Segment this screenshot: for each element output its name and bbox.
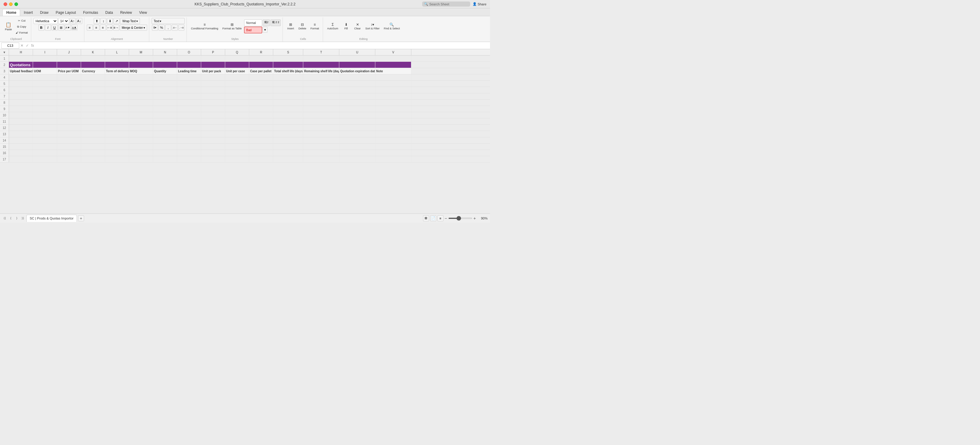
decrease-decimal-button[interactable]: .0← — [172, 25, 178, 30]
cell[interactable] — [375, 81, 411, 87]
cell[interactable] — [153, 106, 177, 112]
font-size-selector[interactable]: 14 — [58, 18, 69, 24]
cell[interactable] — [225, 87, 249, 93]
cell[interactable] — [375, 106, 411, 112]
add-sheet-button[interactable]: + — [78, 215, 84, 221]
cell[interactable] — [81, 131, 105, 137]
cell[interactable] — [375, 119, 411, 124]
cell[interactable] — [225, 62, 249, 68]
cell[interactable] — [9, 87, 33, 93]
cell[interactable] — [375, 137, 411, 143]
cell[interactable] — [105, 156, 129, 162]
cell[interactable] — [225, 100, 249, 106]
cell[interactable] — [9, 81, 33, 87]
cell[interactable] — [129, 112, 153, 118]
cell[interactable] — [177, 87, 201, 93]
cell[interactable] — [177, 125, 201, 131]
cell[interactable] — [375, 131, 411, 137]
cell[interactable] — [339, 93, 375, 99]
col-header-T[interactable]: T — [303, 49, 339, 55]
style-chevron-button[interactable]: ▾ — [263, 27, 267, 33]
cell[interactable] — [9, 74, 33, 80]
cell[interactable] — [81, 137, 105, 143]
tab-view[interactable]: View — [136, 9, 151, 16]
cell[interactable] — [153, 93, 177, 99]
col-header-N[interactable]: N — [153, 49, 177, 55]
cell[interactable] — [33, 87, 57, 93]
cut-button[interactable]: ✂ Cut — [14, 18, 29, 24]
cell[interactable] — [201, 137, 225, 143]
rule22-cell[interactable]: 规 2 2 — [270, 19, 281, 26]
cell[interactable] — [225, 74, 249, 80]
decrease-font-button[interactable]: A↓ — [76, 18, 82, 24]
sheet-tab-active[interactable]: SC | Prods & Quotas Importor — [26, 215, 77, 222]
cell[interactable] — [249, 112, 273, 118]
cell[interactable] — [105, 74, 129, 80]
cell[interactable] — [33, 125, 57, 131]
cell[interactable] — [9, 119, 33, 124]
cell[interactable] — [81, 93, 105, 99]
cell[interactable] — [201, 125, 225, 131]
col-data-header[interactable]: Price per UOM — [57, 68, 81, 74]
cell[interactable] — [153, 150, 177, 156]
cell[interactable] — [81, 112, 105, 118]
cell[interactable] — [201, 81, 225, 87]
cell[interactable] — [303, 150, 339, 156]
cell[interactable] — [303, 100, 339, 106]
wrap-text-button[interactable]: Wrap Text ▾ — [120, 18, 140, 24]
cell[interactable] — [105, 150, 129, 156]
currency-button[interactable]: $▾ — [152, 25, 158, 30]
cell[interactable] — [57, 62, 81, 68]
cell[interactable] — [33, 137, 57, 143]
tab-home[interactable]: Home — [2, 9, 20, 16]
decrease-indent-button[interactable]: ←≡ — [107, 25, 113, 30]
cell[interactable] — [225, 106, 249, 112]
col-data-header[interactable]: Quantity — [153, 68, 177, 74]
cell[interactable] — [225, 55, 249, 62]
cell[interactable] — [375, 144, 411, 150]
cell[interactable] — [57, 150, 81, 156]
cell[interactable] — [57, 119, 81, 124]
cell[interactable] — [303, 144, 339, 150]
cell[interactable] — [57, 87, 81, 93]
cell[interactable] — [33, 62, 57, 68]
col-header-S[interactable]: S — [273, 49, 303, 55]
cell[interactable] — [129, 87, 153, 93]
comma-button[interactable]: , — [165, 25, 171, 30]
cancel-formula-button[interactable]: ✕ — [21, 43, 24, 48]
cell[interactable] — [273, 81, 303, 87]
cell[interactable] — [105, 62, 129, 68]
cell[interactable] — [339, 55, 375, 62]
cell[interactable] — [375, 100, 411, 106]
col-data-header[interactable]: Unit per pack — [201, 68, 225, 74]
cell[interactable] — [201, 112, 225, 118]
col-header-L[interactable]: L — [105, 49, 129, 55]
paste-button[interactable]: 📋 Paste — [3, 18, 14, 35]
cell[interactable] — [273, 87, 303, 93]
orientation-button[interactable]: ↗ — [113, 18, 119, 24]
cell[interactable] — [105, 137, 129, 143]
align-left-button[interactable]: ≡ — [87, 25, 93, 30]
cell[interactable] — [273, 106, 303, 112]
cell[interactable] — [129, 119, 153, 124]
cell[interactable] — [273, 93, 303, 99]
cell[interactable] — [57, 156, 81, 162]
cell[interactable] — [201, 62, 225, 68]
cell[interactable] — [303, 87, 339, 93]
col-header-I[interactable]: I — [33, 49, 57, 55]
cell[interactable] — [249, 150, 273, 156]
copy-button[interactable]: ⧉ Copy — [14, 24, 29, 29]
cell[interactable] — [273, 125, 303, 131]
percent-button[interactable]: % — [159, 25, 164, 30]
col-data-header[interactable]: Remaining shelf life (days) — [303, 68, 339, 74]
cell[interactable] — [153, 144, 177, 150]
cell[interactable] — [375, 55, 411, 62]
cell[interactable] — [153, 131, 177, 137]
cell[interactable] — [249, 100, 273, 106]
cell[interactable] — [201, 87, 225, 93]
cell[interactable] — [177, 119, 201, 124]
prev-sheet-button[interactable]: ⟨ — [8, 216, 13, 221]
clear-button[interactable]: ✕ Clear — [352, 18, 363, 35]
cell[interactable] — [129, 150, 153, 156]
confirm-formula-button[interactable]: ✓ — [26, 43, 29, 48]
